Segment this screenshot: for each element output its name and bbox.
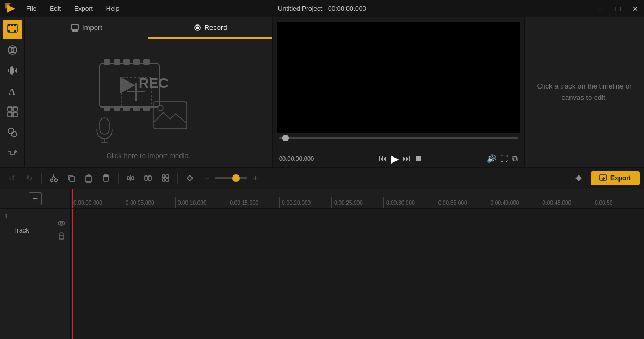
keyframe-button[interactable]	[571, 171, 586, 186]
zoom-out-button[interactable]: −	[202, 173, 213, 184]
tab-import[interactable]: Import	[25, 17, 148, 39]
svg-rect-21	[13, 112, 17, 117]
pip-button[interactable]: ⧉	[512, 154, 518, 164]
minimize-button[interactable]: ─	[596, 4, 605, 13]
timeline-playhead-track	[72, 209, 73, 339]
split-button[interactable]	[123, 171, 138, 186]
ruler-mark-5: 0:00:25.000	[331, 197, 383, 208]
svg-rect-37	[114, 106, 120, 111]
cut-icon	[49, 174, 58, 183]
time-display: 00:00:00.000	[279, 155, 314, 162]
svg-rect-20	[8, 112, 12, 117]
edit-hint-line1: Click a track on the timeline or	[537, 82, 631, 90]
close-button[interactable]: ✕	[631, 4, 640, 13]
sidebar-item-media[interactable]	[3, 20, 22, 39]
svg-rect-16	[16, 68, 17, 73]
export-button[interactable]: Export	[591, 171, 640, 185]
skip-forward-button[interactable]: ⏭	[402, 154, 411, 164]
svg-rect-3	[8, 24, 10, 26]
redo-button[interactable]: ↻	[22, 171, 37, 186]
svg-rect-36	[104, 106, 110, 111]
svg-marker-69	[187, 175, 193, 181]
toolbar-separator-1	[41, 173, 42, 184]
media-drop-area[interactable]: REC	[25, 39, 272, 167]
svg-rect-60	[127, 177, 129, 180]
svg-rect-12	[10, 67, 11, 74]
preview-canvas[interactable]	[277, 22, 520, 133]
timeline-ruler-marks: 0:00:00.0000:00:05.0000:00:10.0000:00:15…	[71, 189, 644, 208]
cut-button[interactable]	[46, 171, 61, 186]
crop-icon	[161, 174, 170, 183]
paste-button[interactable]	[81, 171, 96, 186]
svg-rect-65	[162, 175, 165, 178]
timeline: + 1 Track	[0, 189, 644, 339]
svg-rect-7	[14, 30, 16, 32]
content-area: Import Record	[25, 17, 644, 167]
media-icon-group: REC	[94, 47, 203, 145]
ruler-mark-7: 0:00:35.000	[436, 197, 488, 208]
edit-hint: Click a track on the timeline or canvas …	[528, 72, 640, 112]
timeline-track-row-1[interactable]	[71, 209, 644, 252]
tab-record[interactable]: Record	[148, 17, 272, 39]
sidebar-item-effect[interactable]	[3, 123, 22, 142]
ruler-mark-1: 0:00:05.000	[123, 197, 175, 208]
svg-rect-13	[11, 66, 13, 75]
sidebar-item-overlay[interactable]	[3, 40, 22, 60]
sidebar-item-template[interactable]	[3, 102, 22, 122]
crop-button[interactable]	[158, 171, 173, 186]
svg-point-52	[55, 179, 58, 182]
trim-button[interactable]	[140, 171, 156, 186]
ruler-mark-6: 0:00:30.000	[383, 197, 436, 208]
menu-export[interactable]: Export	[72, 4, 95, 14]
track-icons-1	[57, 219, 66, 242]
sidebar-item-text[interactable]: A	[3, 81, 22, 101]
zoom-in-button[interactable]: +	[250, 173, 261, 184]
menu-file[interactable]: File	[24, 4, 39, 14]
add-track-header: +	[0, 189, 70, 209]
delete-icon	[102, 174, 110, 183]
timeline-tracks[interactable]	[71, 209, 644, 339]
volume-button[interactable]: 🔊	[487, 154, 496, 163]
zoom-thumb	[232, 174, 240, 182]
svg-point-73	[58, 221, 65, 225]
skip-back-button[interactable]: ⏮	[379, 154, 387, 164]
zoom-slider[interactable]	[215, 177, 247, 179]
fullscreen-button[interactable]: ⛶	[500, 154, 508, 163]
window-controls: ─ □ ✕	[596, 4, 640, 13]
snap-button[interactable]	[182, 171, 197, 186]
sidebar-item-audio[interactable]	[3, 61, 22, 80]
track-visibility-button[interactable]	[57, 219, 66, 229]
track-lock-button[interactable]	[57, 231, 66, 242]
svg-rect-15	[15, 70, 16, 72]
copy-button[interactable]	[64, 171, 79, 186]
delete-button[interactable]	[98, 171, 114, 186]
snap-icon	[185, 174, 194, 183]
undo-button[interactable]: ↺	[4, 171, 20, 186]
svg-rect-32	[114, 59, 120, 65]
stop-button[interactable]: ⏹	[414, 154, 423, 164]
left-panel: Import Record	[25, 17, 273, 167]
record-icon	[194, 24, 201, 32]
timeline-playhead	[72, 189, 73, 208]
sidebar: A	[0, 17, 25, 167]
track-list-headers: 1 Track	[0, 209, 70, 339]
maximize-button[interactable]: □	[614, 4, 622, 13]
menu-edit[interactable]: Edit	[47, 4, 63, 14]
ruler-mark-9: 0:00:45.000	[540, 197, 592, 208]
play-button[interactable]: ▶	[391, 152, 399, 165]
menu-help[interactable]: Help	[104, 4, 122, 14]
add-track-button[interactable]: +	[29, 192, 42, 205]
sidebar-item-transition[interactable]	[3, 143, 22, 163]
toolbar: ↺ ↻	[0, 167, 644, 189]
svg-rect-48	[100, 118, 109, 134]
timeline-ruler[interactable]: 0:00:00.0000:00:05.0000:00:10.0000:00:15…	[71, 189, 644, 209]
svg-point-23	[11, 131, 17, 137]
svg-point-51	[51, 179, 53, 182]
paste-icon	[84, 174, 93, 183]
svg-point-8	[8, 46, 17, 54]
svg-point-29	[196, 26, 199, 29]
seek-bar[interactable]	[279, 137, 518, 139]
import-icon	[71, 24, 79, 32]
svg-rect-11	[8, 69, 9, 72]
svg-rect-63	[148, 176, 151, 180]
